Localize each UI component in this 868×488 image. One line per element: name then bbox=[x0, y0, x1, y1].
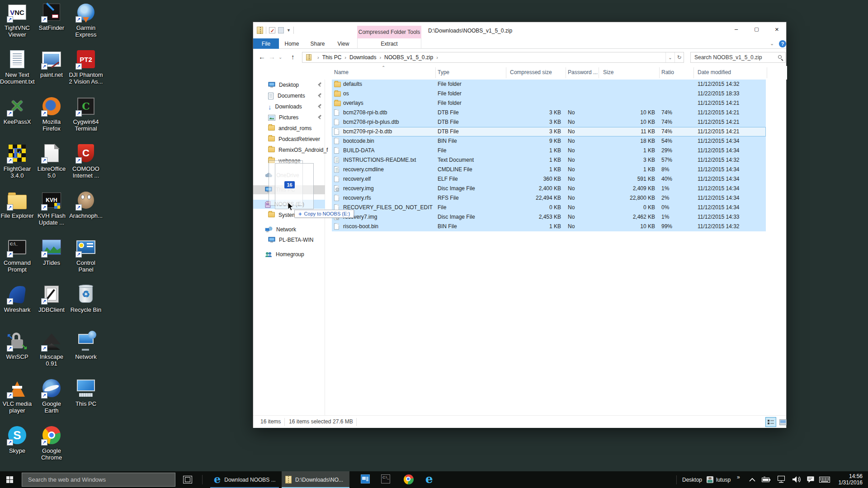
back-button[interactable]: ← bbox=[259, 53, 265, 61]
desktop-icon-kvh-flash-update[interactable]: KVH↗KVH Flash Update ... bbox=[34, 190, 69, 226]
volume-icon[interactable] bbox=[792, 476, 801, 483]
breadcrumb-downloads[interactable]: Downloads bbox=[349, 54, 376, 61]
refresh-icon[interactable]: ↻ bbox=[675, 52, 684, 62]
sidebar-item-homegroup[interactable]: Homegroup bbox=[265, 249, 304, 259]
details-view-button[interactable] bbox=[765, 417, 776, 427]
desktop-icon-skype[interactable]: S↗Skype bbox=[0, 425, 34, 454]
qat-customize-icon[interactable]: ▼ bbox=[287, 28, 291, 33]
file-row-recovery-cmdline[interactable]: recovery.cmdlineCMDLINE File1 KBNo1 KB8%… bbox=[253, 165, 787, 174]
column-header-name[interactable]: Name bbox=[334, 69, 349, 75]
file-row-riscos-boot-bin[interactable]: riscos-boot.binBIN File1 KBNo10 KB99%11/… bbox=[253, 222, 787, 231]
address-dropdown-icon[interactable]: ⌄ bbox=[665, 52, 675, 62]
desktop-icon-keepassx[interactable]: ✕↗KeePassX bbox=[0, 96, 34, 125]
file-row-overlays[interactable]: overlaysFile folder11/12/2015 14:21 bbox=[253, 99, 787, 108]
column-header-size[interactable]: Size bbox=[603, 69, 613, 75]
tab-view[interactable]: View bbox=[330, 38, 356, 49]
desktop-icon-cygwin64-terminal[interactable]: C↗Cygwin64 Terminal bbox=[69, 96, 103, 132]
desktop-icon-dji-phantom-2-vision-as[interactable]: PT2↗DJI Phantom 2 Vision As... bbox=[69, 49, 103, 85]
desktop-icon-google-earth[interactable]: ↗Google Earth bbox=[34, 378, 69, 414]
desktop-icon-garmin-express[interactable]: ↗Garmin Express bbox=[69, 2, 103, 38]
file-row-bcm2708-rpi-b-plus-dtb[interactable]: bcm2708-rpi-b-plus.dtbDTB File3 KBNo10 K… bbox=[253, 117, 787, 127]
desktop-icon-this-pc[interactable]: This PC bbox=[69, 378, 103, 407]
file-row-recovery-rfs[interactable]: recovery.rfsRFS File22,494 KBNo22,800 KB… bbox=[253, 193, 787, 203]
file-row-build-data[interactable]: BUILD-DATAFile1 KBNo1 KB29%11/12/2015 14… bbox=[253, 146, 787, 155]
file-row-bootcode-bin[interactable]: bootcode.binBIN File9 KBNo18 KB54%11/12/… bbox=[253, 136, 787, 146]
thumbnail-view-button[interactable] bbox=[778, 417, 788, 427]
desktop-icon-comodo-internet[interactable]: C↗COMODO Internet ... bbox=[69, 143, 103, 179]
maximize-button[interactable]: ▢ bbox=[746, 22, 767, 36]
column-header-type[interactable]: Type bbox=[438, 69, 449, 75]
column-header-date-modified[interactable]: Date modified bbox=[698, 69, 731, 75]
forward-button[interactable]: → bbox=[269, 53, 275, 61]
desktop-icon-mozilla-firefox[interactable]: ↗Mozilla Firefox bbox=[34, 96, 69, 132]
new-folder-icon[interactable] bbox=[278, 27, 284, 33]
desktop-icon-tightvnc-viewer[interactable]: VNC↗TightVNC Viewer bbox=[0, 2, 34, 38]
desktop-icon-jtides[interactable]: ↗JTides bbox=[34, 237, 69, 266]
desktop-icon-network[interactable]: Network bbox=[69, 331, 103, 360]
desktop-icon-flightgear-3-4-0[interactable]: F↗FlightGear 3.4.0 bbox=[0, 143, 34, 179]
column-header-ratio[interactable]: Ratio bbox=[661, 69, 674, 75]
address-box[interactable]: › This PC › Downloads › NOOBS_v1_5_0.zip… bbox=[302, 52, 684, 63]
desktop-icon-new-text-document-txt[interactable]: New Text Document.txt bbox=[0, 49, 34, 85]
desktop-icon-wireshark[interactable]: ↗Wireshark bbox=[0, 284, 34, 313]
network-icon[interactable] bbox=[777, 476, 786, 483]
file-row-defaults[interactable]: defaultsFile folder11/12/2015 14:32 bbox=[253, 80, 787, 89]
search-icon[interactable] bbox=[778, 55, 782, 59]
file-row-bcm2708-rpi-b-dtb[interactable]: bcm2708-rpi-b.dtbDTB File3 KBNo10 KB74%1… bbox=[253, 108, 787, 117]
desktop-icon-command-prompt[interactable]: C:\_↗Command Prompt bbox=[0, 237, 34, 273]
tab-file[interactable]: File bbox=[253, 38, 279, 49]
battery-icon[interactable] bbox=[762, 477, 771, 482]
notification-icon[interactable] bbox=[807, 476, 815, 483]
taskbar-button-explorer[interactable]: D:\Downloads\NO... bbox=[282, 471, 349, 488]
ribbon-collapse-icon[interactable]: ⌄ bbox=[770, 41, 774, 47]
minimize-button[interactable]: – bbox=[726, 22, 746, 36]
recent-dropdown-icon[interactable]: ⌄ bbox=[278, 55, 282, 60]
desktop-toolbar-label[interactable]: Desktop bbox=[682, 477, 702, 483]
desktop-icon-inkscape-0-91[interactable]: ↗Inkscape 0.91 bbox=[34, 331, 69, 367]
desktop-icon-file-explorer[interactable]: ↗File Explorer bbox=[0, 190, 34, 219]
desktop-icon-satfinder[interactable]: ↗SatFinder bbox=[34, 2, 69, 31]
desktop-icon-libreoffice-5-0[interactable]: ↗LibreOffice 5.0 bbox=[34, 143, 69, 179]
quick-access-toolbar[interactable]: ✓ ▼ bbox=[257, 26, 294, 34]
tab-home[interactable]: Home bbox=[279, 38, 305, 49]
properties-icon[interactable]: ✓ bbox=[269, 27, 275, 33]
desktop-icon-arachnoph[interactable]: ↗Arachnoph... bbox=[69, 190, 103, 219]
tray-expand-icon[interactable] bbox=[749, 478, 756, 482]
taskbar-icon-ie[interactable]: e bbox=[425, 472, 433, 486]
file-row-bcm2709-rpi-2-b-dtb[interactable]: bcm2709-rpi-2-b.dtbDTB File3 KBNo11 KB74… bbox=[253, 127, 787, 136]
clock[interactable]: 14:561/31/2016 bbox=[839, 473, 863, 486]
user-label[interactable]: lutusp bbox=[716, 477, 731, 483]
search-input[interactable]: Search NOOBS_v1_5_0.zip bbox=[690, 52, 786, 63]
desktop-icon-jdbclient[interactable]: ↗JDBClient bbox=[34, 284, 69, 313]
breadcrumb-this-pc[interactable]: This PC bbox=[322, 54, 342, 61]
taskbar-icon-cmd[interactable]: C:\_ bbox=[381, 474, 390, 483]
column-header-compressed-size[interactable]: Compressed size bbox=[510, 69, 552, 75]
breadcrumb-zip[interactable]: NOOBS_v1_5_0.zip bbox=[384, 54, 433, 61]
desktop-icon-control-panel[interactable]: ↗Control Panel bbox=[69, 237, 103, 273]
file-row-recovery-img[interactable]: recovery.imgDisc Image File2,400 KBNo2,4… bbox=[253, 184, 787, 193]
file-row-recovery-elf[interactable]: recovery.elfELF File360 KBNo591 KB40%11/… bbox=[253, 174, 787, 184]
sidebar-item-pl-beta-win[interactable]: PL-BETA-WIN bbox=[268, 235, 313, 245]
start-button[interactable] bbox=[6, 476, 13, 483]
toolbar-chevron[interactable]: » bbox=[737, 474, 740, 480]
task-view-button[interactable] bbox=[183, 476, 192, 483]
up-button[interactable]: ↑ bbox=[291, 53, 295, 61]
desktop-icon-recycle-bin[interactable]: ♻Recycle Bin bbox=[69, 284, 103, 313]
close-button[interactable]: × bbox=[767, 22, 787, 36]
desktop-icon-paint-net[interactable]: ↗paint.net bbox=[34, 49, 69, 78]
file-row-os[interactable]: osFile folder11/22/2015 18:33 bbox=[253, 89, 787, 99]
help-icon[interactable]: ? bbox=[779, 40, 786, 47]
keyboard-icon[interactable] bbox=[819, 477, 830, 483]
desktop-icon-vlc-media-player[interactable]: ↗VLC media player bbox=[0, 378, 34, 414]
column-header-password[interactable]: Password ... bbox=[568, 69, 598, 75]
taskbar-icon-settings[interactable] bbox=[361, 474, 370, 483]
taskbar-icon-chrome[interactable] bbox=[404, 474, 414, 484]
tab-share[interactable]: Share bbox=[305, 38, 330, 49]
title-bar[interactable]: ✓ ▼ Compressed Folder Tools D:\Downloads… bbox=[253, 22, 786, 38]
taskbar-search-input[interactable]: Search the web and Windows bbox=[22, 473, 175, 487]
desktop-icon-google-chrome[interactable]: ↗Google Chrome bbox=[34, 425, 69, 461]
tab-extract[interactable]: Extract bbox=[357, 38, 421, 49]
desktop-icon-winscp[interactable]: ↖↘↗WinSCP bbox=[0, 331, 34, 360]
file-row-instructions-readme-txt[interactable]: INSTRUCTIONS-README.txtText Document1 KB… bbox=[253, 155, 787, 165]
taskbar-button-edge[interactable]: e Download NOOBS ... bbox=[210, 471, 279, 488]
